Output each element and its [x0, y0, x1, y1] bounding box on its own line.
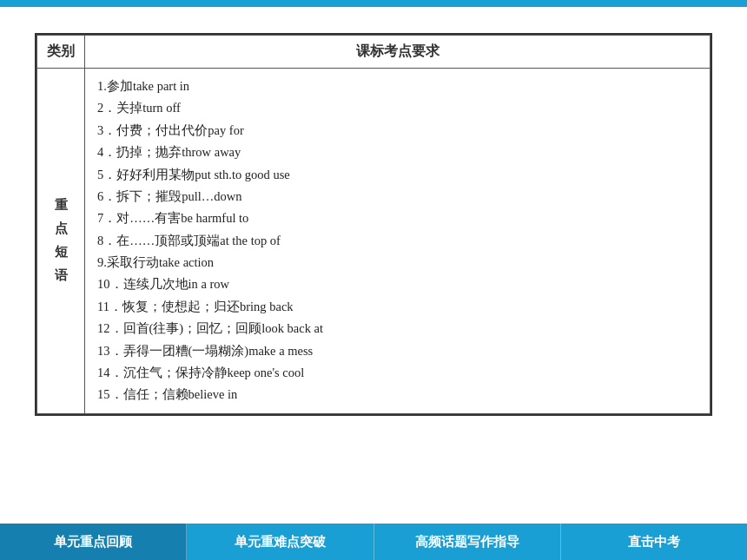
nav-item-0[interactable]: 单元重点回顾 — [0, 524, 187, 560]
list-item: 6．拆下；摧毁pull…down — [97, 186, 697, 208]
list-item: 8．在……顶部或顶端at the top of — [97, 230, 697, 252]
nav-item-3[interactable]: 直击中考 — [561, 524, 747, 560]
list-item: 9.采取行动take action — [97, 252, 697, 273]
table-header-col1: 类别 — [37, 36, 85, 69]
nav-item-1[interactable]: 单元重难点突破 — [187, 524, 374, 560]
content-cell: 1.参加take part in2．关掉turn off3．付费；付出代价pay… — [85, 69, 711, 414]
list-item: 15．信任；信赖believe in — [97, 384, 697, 405]
list-item: 3．付费；付出代价pay for — [97, 120, 697, 142]
table-header-col2: 课标考点要求 — [85, 36, 711, 69]
list-item: 14．沉住气；保持冷静keep one's cool — [97, 362, 697, 384]
list-item: 7．对……有害be harmful to — [97, 208, 697, 229]
list-item: 4．扔掉；抛弃throw away — [97, 142, 697, 163]
list-item: 1.参加take part in — [97, 76, 697, 97]
list-item: 2．关掉turn off — [97, 97, 697, 119]
vocabulary-table: 类别 课标考点要求 重 点 短 语1.参加take part in2．关掉tur… — [36, 35, 711, 414]
list-item: 11．恢复；使想起；归还bring back — [97, 296, 697, 318]
category-cell: 重 点 短 语 — [37, 69, 85, 414]
list-item: 12．回首(往事)；回忆；回顾look back at — [97, 318, 697, 339]
list-item: 13．弄得一团糟(一塌糊涂)make a mess — [97, 340, 697, 362]
list-item: 5．好好利用某物put sth.to good use — [97, 164, 697, 186]
nav-item-2[interactable]: 高频话题写作指导 — [374, 524, 561, 560]
top-accent-bar — [0, 0, 747, 7]
bottom-navigation: 单元重点回顾单元重难点突破高频话题写作指导直击中考 — [0, 524, 747, 560]
vocabulary-table-wrapper: 类别 课标考点要求 重 点 短 语1.参加take part in2．关掉tur… — [35, 33, 712, 416]
list-item: 10．连续几次地in a row — [97, 273, 697, 295]
main-content: 类别 课标考点要求 重 点 短 语1.参加take part in2．关掉tur… — [0, 7, 747, 524]
